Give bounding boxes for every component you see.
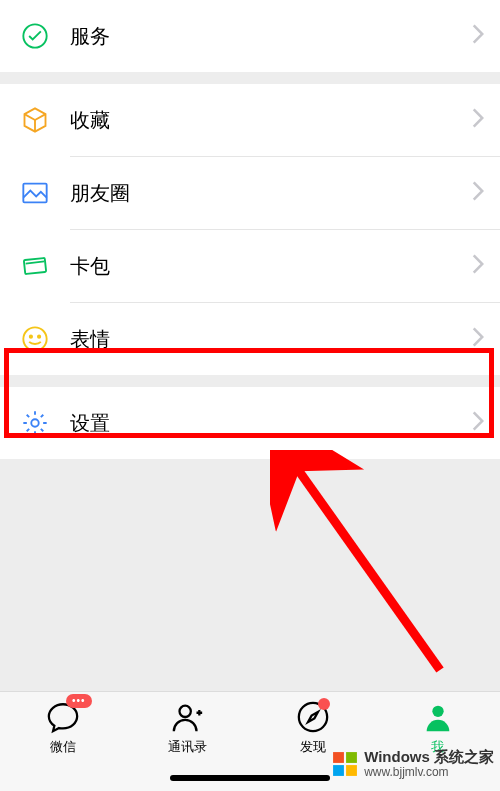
sticker-icon [20, 324, 50, 354]
row-moments[interactable]: 朋友圈 [0, 157, 500, 229]
row-label-moments: 朋友圈 [70, 180, 472, 207]
chevron-right-icon [472, 24, 484, 48]
chevron-right-icon [472, 411, 484, 435]
cards-icon [20, 251, 50, 281]
svg-line-7 [294, 464, 440, 670]
section-spacer [0, 375, 500, 387]
discover-icon [296, 700, 330, 734]
row-services[interactable]: 服务 [0, 0, 500, 72]
tab-label-chat: 微信 [50, 738, 76, 756]
row-favorites[interactable]: 收藏 [0, 84, 500, 156]
me-icon [421, 700, 455, 734]
services-icon [20, 21, 50, 51]
svg-rect-14 [346, 765, 357, 776]
svg-point-10 [432, 706, 443, 717]
chat-icon: ••• [46, 700, 80, 734]
chevron-right-icon [472, 254, 484, 278]
svg-point-8 [179, 706, 190, 717]
svg-rect-2 [24, 258, 46, 274]
svg-point-4 [30, 336, 32, 338]
svg-rect-12 [346, 752, 357, 763]
settings-icon [20, 408, 50, 438]
row-settings[interactable]: 设置 [0, 387, 500, 459]
chevron-right-icon [472, 181, 484, 205]
badge-unread: ••• [66, 694, 92, 708]
row-sticker[interactable]: 表情 [0, 303, 500, 375]
row-label-services: 服务 [70, 23, 472, 50]
row-cards[interactable]: 卡包 [0, 230, 500, 302]
section-spacer [0, 72, 500, 84]
svg-rect-11 [333, 752, 344, 763]
svg-point-5 [38, 336, 40, 338]
watermark-line2: www.bjjmlv.com [364, 766, 494, 779]
annotation-arrow [270, 450, 460, 680]
row-label-settings: 设置 [70, 410, 472, 437]
chevron-right-icon [472, 108, 484, 132]
windows-logo-icon [332, 751, 358, 777]
row-label-sticker: 表情 [70, 326, 472, 353]
svg-rect-13 [333, 765, 344, 776]
tab-label-discover: 发现 [300, 738, 326, 756]
home-indicator [170, 775, 330, 781]
contacts-icon [171, 700, 205, 734]
chevron-right-icon [472, 327, 484, 351]
tab-label-contacts: 通讯录 [168, 738, 207, 756]
badge-dot [318, 698, 330, 710]
watermark: Windows 系统之家 www.bjjmlv.com [332, 749, 494, 779]
watermark-line1: Windows 系统之家 [364, 749, 494, 766]
row-label-favorites: 收藏 [70, 107, 472, 134]
favorites-icon [20, 105, 50, 135]
row-label-cards: 卡包 [70, 253, 472, 280]
svg-point-3 [23, 327, 46, 350]
svg-point-6 [31, 419, 38, 426]
tab-chat[interactable]: ••• 微信 [0, 700, 125, 791]
moments-icon [20, 178, 50, 208]
